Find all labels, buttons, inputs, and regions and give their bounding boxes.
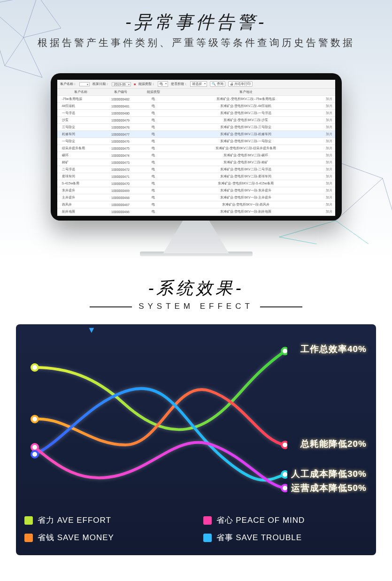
table-row[interactable]: 一号浮选1000000480电东滩矿业-变电所6KV二段-一号浮选加月 [57, 110, 335, 117]
cell-name: 二号浮选 [57, 166, 104, 173]
cell-code: 1000000478 [104, 124, 137, 131]
input-type[interactable]: 电 [158, 81, 168, 87]
cell-op[interactable]: 加月 [322, 145, 335, 152]
cell-addr: 东滩矿业-变电所6KV二段-一号浮选 [170, 110, 322, 117]
swatch-peace [203, 516, 212, 525]
cell-op[interactable]: 加月 [322, 159, 335, 166]
cell-code: 1000000469 [104, 187, 137, 194]
effect-section: -系统效果- SYSTEM EFFECT ▼ [0, 263, 392, 574]
legend-peace: 省心 PEACE OF MIND [203, 515, 368, 526]
table-row[interactable]: 机修车间1000000477电东滩矿业-变电所6KV二段-机修车间加月 [57, 131, 335, 138]
cell-op[interactable]: 加月 [322, 166, 335, 173]
cell-type: 电 [137, 215, 170, 216]
cell-code: 1000000480 [104, 110, 137, 117]
svg-line-14 [383, 178, 392, 225]
col-code[interactable]: 客户编号 [104, 89, 137, 96]
table-row[interactable]: 副井地面1000000466电东滩矿业-变电所6KV一段-副井地面加月 [57, 208, 335, 215]
svg-point-19 [31, 416, 38, 422]
table-row[interactable]: 三号除尘1000000478电东滩矿业-变电所6KV二段-三号除尘加月 [57, 124, 335, 131]
cell-name: 沙泵 [57, 117, 104, 124]
cell-code: 1000000468 [104, 194, 137, 201]
cell-name: 一号浮选 [57, 110, 104, 117]
cell-name: 精矿 [57, 159, 104, 166]
query-toolbar: 客户名称： 核算日期： 2019-06 ■ 能源类型： 电 是否所辖： 请选择 … [57, 80, 335, 89]
svg-point-23 [282, 442, 287, 448]
svg-point-20 [31, 444, 38, 451]
query-button[interactable]: 🔍 查询 [210, 81, 225, 87]
svg-point-22 [282, 348, 287, 354]
cell-op[interactable]: 加月 [322, 117, 335, 124]
legend-trouble: 省事 SAVE TROUBLE [203, 532, 368, 543]
cell-op[interactable]: 加月 [322, 180, 335, 187]
cell-op[interactable]: 加月 [322, 110, 335, 117]
label-name: 客户名称： [60, 82, 77, 86]
cell-code: 1000000470 [104, 180, 137, 187]
table-row[interactable]: -75w备用电源1000000482电东滩矿业-变电所6KV二段--75w备用电… [57, 96, 335, 103]
cell-op[interactable]: 加月 [322, 194, 335, 201]
table-row[interactable]: 综采井提升备用1000000475电东滩矿业-变电所6KV二段-综采井提升备用加… [57, 145, 335, 152]
cell-name: S-415w备用 [57, 180, 104, 187]
table-row[interactable]: 4#压缩机1000000481电东滩矿业-变电所6KV二段-4#压缩机加月 [57, 103, 335, 110]
cell-type: 电 [137, 131, 170, 138]
table-row[interactable]: 东井提升1000000469电东滩矿业-变电所6KV一段-东井提升加月 [57, 187, 335, 194]
table-row[interactable]: 二号浮选1000000472电东滩矿业-变电所6KV二段-二号浮选加月 [57, 166, 335, 173]
table-row[interactable]: 精矿1000000473电东滩矿业-变电所6KV二段-精矿加月 [57, 159, 335, 166]
svg-line-12 [336, 178, 383, 221]
cell-name: 东井提升 [57, 187, 104, 194]
cell-code: 1000000476 [104, 138, 137, 145]
table-row[interactable]: 西风井1000000467电东滩矿业-变电所6KV一段-西风井加月 [57, 201, 335, 208]
cell-code: 1000000479 [104, 117, 137, 124]
svg-point-24 [282, 471, 287, 478]
cell-name: 碾环 [57, 152, 104, 159]
table-row[interactable]: 碾环1000000474电东滩矿业-变电所6KV二段-碾环加月 [57, 152, 335, 159]
label-domain: 是否所辖： [171, 82, 187, 86]
label-type: 能源类型： [138, 82, 155, 86]
cell-addr: 东滩矿业-变电所6KV二段--75w备用电源 [170, 96, 322, 103]
table-row[interactable]: 主井提升1000000468电东滩矿业-变电所6KV一段-主井提升加月 [57, 194, 335, 201]
cell-addr: 东滩矿业-变电所6KV一段-副井地面 [170, 208, 322, 215]
app-screenshot: 客户名称： 核算日期： 2019-06 ■ 能源类型： 电 是否所辖： 请选择 … [57, 80, 335, 216]
chart-legend: 省力 AVE EFFORT 省心 PEACE OF MIND 省钱 SAVE M… [24, 515, 368, 543]
col-addr[interactable]: 客户地址 [170, 89, 322, 96]
table-row[interactable]: 一号除尘1000000476电东滩矿业-变电所6KV二段-一号除尘加月 [57, 138, 335, 145]
input-name[interactable] [79, 82, 90, 86]
table-row[interactable]: 综采井1000000465电东滩矿业-变电所6KV一段-综采井加月 [57, 215, 335, 216]
cell-name: 副井地面 [57, 208, 104, 215]
print-button[interactable]: 🖨 月结单打印 [228, 81, 253, 87]
effect-panel: ▼ [16, 324, 376, 555]
input-date[interactable]: 2019-06 [112, 82, 131, 86]
cell-op[interactable]: 加月 [322, 124, 335, 131]
cell-op[interactable]: 加月 [322, 96, 335, 103]
cell-op[interactable]: 加月 [322, 215, 335, 216]
table-row[interactable]: 磨球车间1000000471电东滩矿业-变电所6KV二段-磨球车间加月 [57, 173, 335, 180]
cell-code: 1000000473 [104, 159, 137, 166]
cell-op[interactable]: 加月 [322, 208, 335, 215]
alarm-section: -异常事件告警- 根据告警产生事件类别、严重等级等条件查询历史告警数据 客户名称… [0, 0, 392, 263]
cell-code: 1000000481 [104, 103, 137, 110]
cell-name: 西风井 [57, 201, 104, 208]
input-domain[interactable]: 请选择 [190, 81, 207, 87]
cell-addr: 东滩矿业-变电所6KV二段-4#压缩机 [170, 103, 322, 110]
col-name[interactable]: 客户名称 [57, 89, 104, 96]
col-type[interactable]: 能源类型 [137, 89, 170, 96]
cell-op[interactable]: 加月 [322, 103, 335, 110]
legend-effort: 省力 AVE EFFORT [24, 515, 189, 526]
cell-op[interactable]: 加月 [322, 173, 335, 180]
cell-addr: 东滩矿业-变电所6KV一段-西风井 [170, 201, 322, 208]
cell-type: 电 [137, 180, 170, 187]
cell-code: 1000000477 [104, 131, 137, 138]
cell-op[interactable]: 加月 [322, 138, 335, 145]
cell-addr: 东滩矿业-变电所6KV二段-机修车间 [170, 131, 322, 138]
cell-type: 电 [137, 117, 170, 124]
cell-op[interactable]: 加月 [322, 152, 335, 159]
cell-name: 4#压缩机 [57, 103, 104, 110]
table-row[interactable]: S-415w备用1000000470电东滩矿业-变电所6KV二段-S-415w备… [57, 180, 335, 187]
cell-name: 磨球车间 [57, 173, 104, 180]
table-row[interactable]: 沙泵1000000479电东滩矿业-变电所6KV二段-沙泵加月 [57, 117, 335, 124]
cell-op[interactable]: 加月 [322, 187, 335, 194]
cell-code: 1000000466 [104, 208, 137, 215]
cell-op[interactable]: 加月 [322, 201, 335, 208]
effect-title: -系统效果- [0, 277, 392, 300]
cell-name: 机修车间 [57, 131, 104, 138]
cell-op[interactable]: 加月 [322, 131, 335, 138]
